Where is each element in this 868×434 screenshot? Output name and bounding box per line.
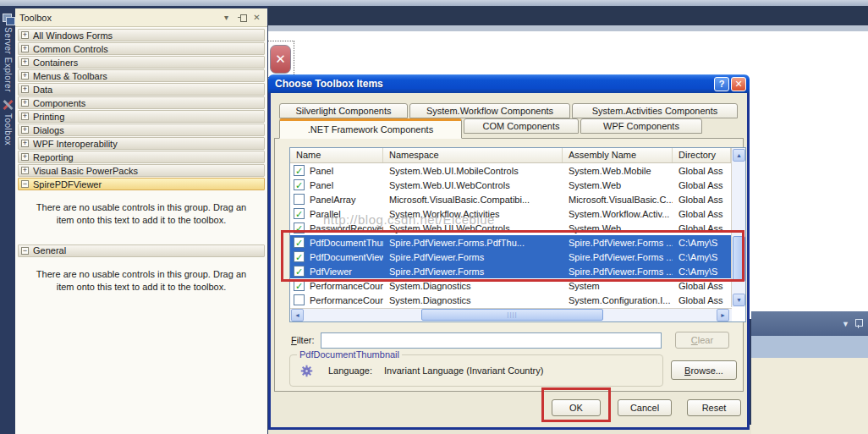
expand-collapse-icon[interactable]: +	[21, 31, 29, 39]
help-icon[interactable]: ?	[714, 77, 729, 91]
filter-input[interactable]	[321, 332, 662, 349]
rail-tab-toolbox[interactable]: Toolbox	[0, 97, 15, 146]
designed-close-button[interactable]: ✕	[270, 45, 291, 74]
reset-button[interactable]: Reset	[687, 399, 741, 416]
rail-tab-label: Server Explorer	[3, 27, 13, 92]
column-header-name[interactable]: Name	[290, 148, 383, 162]
table-row[interactable]: ✓ PerformanceCounter System.Diagnostics …	[290, 278, 731, 293]
toolbox-group-header[interactable]: − SpirePDFViewer	[18, 178, 265, 190]
ok-button[interactable]: OK	[552, 399, 601, 416]
toolbox-group-header[interactable]: + Reporting	[18, 151, 265, 163]
pin-icon[interactable]	[855, 319, 863, 328]
rail-tab-server-explorer[interactable]: Server Explorer	[0, 11, 15, 92]
row-checkbox[interactable]: ✓	[294, 237, 305, 248]
toolbox-group-header[interactable]: + Printing	[18, 110, 265, 123]
row-checkbox[interactable]: ✓	[294, 266, 305, 277]
dialog-titlebar[interactable]: Choose Toolbox Items ? ✕	[268, 74, 750, 93]
toolbox-group-header[interactable]: + WPF Interoperability	[18, 137, 265, 150]
toolbox-group-header[interactable]: + Visual Basic PowerPacks	[18, 164, 265, 177]
tab--net-framework-components[interactable]: .NET Framework Components	[279, 118, 462, 139]
docked-panel-titlebar[interactable]: ▼	[751, 311, 868, 336]
expand-collapse-icon[interactable]: −	[21, 247, 29, 255]
vertical-scroll-thumb[interactable]	[733, 236, 745, 282]
table-row[interactable]: ✓ PdfViewer Spire.PdfViewer.Forms Spire.…	[290, 264, 731, 278]
row-checkbox[interactable]: ✓	[294, 251, 305, 262]
toolbox-titlebar[interactable]: Toolbox ▾ ✕	[15, 8, 267, 27]
expand-collapse-icon[interactable]: +	[21, 85, 29, 93]
horizontal-scrollbar[interactable]: ◄ ►	[290, 308, 732, 321]
tab-system-workflow-components[interactable]: System.Workflow Components	[409, 103, 570, 118]
component-directory: Global Ass	[673, 209, 731, 219]
toolbox-group-header[interactable]: + Components	[18, 96, 265, 109]
column-header-directory[interactable]: Directory	[673, 148, 731, 162]
toolbox-group-header[interactable]: + Common Controls	[18, 42, 265, 55]
toolbox-group-header[interactable]: + All Windows Forms	[18, 29, 265, 41]
column-header-namespace[interactable]: Namespace	[383, 148, 563, 162]
toolbox-group-header[interactable]: + Data	[18, 83, 265, 96]
table-row[interactable]: ✓ PanelArray Microsoft.VisualBasic.Compa…	[290, 192, 731, 206]
auto-hide-pin-icon[interactable]	[235, 12, 248, 24]
component-name: PdfDocumentViewer	[310, 252, 383, 262]
tab-system-activities-components[interactable]: System.Activities Components	[572, 103, 738, 118]
table-row[interactable]: ✓ Parallel System.Workflow.Activities Sy…	[290, 206, 731, 221]
browse-button[interactable]: Browse...	[671, 360, 737, 380]
toolbox-group-label: Printing	[33, 112, 64, 122]
expand-collapse-icon[interactable]: −	[21, 180, 29, 188]
expand-collapse-icon[interactable]: +	[21, 58, 29, 66]
row-checkbox[interactable]: ✓	[294, 294, 305, 305]
cancel-button[interactable]: Cancel	[618, 399, 672, 416]
row-checkbox[interactable]: ✓	[294, 222, 305, 233]
column-header-assembly[interactable]: Assembly Name	[563, 148, 673, 162]
sidebar-rail: Server Explorer Toolbox	[0, 6, 15, 434]
expand-collapse-icon[interactable]: +	[21, 72, 29, 80]
horizontal-scroll-thumb[interactable]	[421, 309, 603, 321]
chevron-down-icon[interactable]: ▼	[842, 320, 849, 328]
component-namespace: System.Web.UI.WebControls	[383, 180, 563, 190]
close-icon[interactable]: ✕	[250, 12, 263, 24]
clear-button[interactable]: Clear	[675, 332, 729, 349]
row-checkbox[interactable]: ✓	[294, 194, 305, 205]
table-row[interactable]: ✓ PerformanceCounterI... System.Diagnost…	[290, 293, 731, 307]
filter-row: Filter: Clear	[291, 331, 731, 349]
tab-silverlight-components[interactable]: Silverlight Components	[279, 103, 408, 118]
table-row[interactable]: ✓ PdfDocumentViewer Spire.PdfViewer.Form…	[290, 250, 731, 264]
tab-wpf-components[interactable]: WPF Components	[580, 118, 702, 134]
table-row[interactable]: ✓ Panel System.Web.UI.MobileControls Sys…	[290, 163, 731, 178]
component-namespace: Spire.PdfViewer.Forms.PdfThu...	[383, 238, 563, 248]
expand-collapse-icon[interactable]: +	[21, 45, 29, 52]
scroll-left-icon[interactable]: ◄	[291, 309, 304, 321]
vertical-scrollbar[interactable]: ▲ ▼	[731, 148, 745, 307]
expand-collapse-icon[interactable]: +	[21, 153, 29, 161]
component-namespace: System.Diagnostics	[383, 295, 563, 305]
gear-icon	[300, 365, 313, 377]
toolbox-group-header[interactable]: + Menus & Toolbars	[18, 69, 265, 82]
component-directory: Global Ass	[673, 180, 731, 190]
toolbox-group-header[interactable]: + Dialogs	[18, 124, 265, 136]
table-row[interactable]: ✓ PdfDocumentThumbnail Spire.PdfViewer.F…	[290, 235, 731, 250]
window-top-strip	[0, 0, 868, 6]
row-checkbox[interactable]: ✓	[294, 208, 305, 219]
tab-com-components[interactable]: COM Components	[464, 118, 579, 134]
scroll-down-icon[interactable]: ▼	[733, 294, 745, 306]
table-row[interactable]: ✓ PasswordRecovery System.Web.UI.WebCont…	[290, 221, 731, 235]
close-icon[interactable]: ✕	[731, 77, 746, 91]
toolbox-group-header[interactable]: − General	[18, 244, 265, 257]
window-menu-icon[interactable]: ▾	[220, 12, 233, 24]
component-name: PdfViewer	[310, 266, 352, 277]
toolbox-group-header[interactable]: + Containers	[18, 56, 265, 69]
scroll-right-icon[interactable]: ►	[717, 309, 729, 321]
expand-collapse-icon[interactable]: +	[21, 167, 29, 174]
component-directory: Global Ass	[673, 295, 731, 305]
expand-collapse-icon[interactable]: +	[21, 126, 29, 134]
scroll-up-icon[interactable]: ▲	[733, 149, 745, 162]
row-checkbox[interactable]: ✓	[294, 179, 305, 190]
component-assembly: Microsoft.VisualBasic.C...	[563, 195, 673, 205]
docked-panel-subheader	[751, 336, 868, 358]
table-row[interactable]: ✓ Panel System.Web.UI.WebControls System…	[290, 178, 731, 192]
row-checkbox[interactable]: ✓	[294, 280, 305, 291]
expand-collapse-icon[interactable]: +	[21, 99, 29, 107]
expand-collapse-icon[interactable]: +	[21, 113, 29, 120]
row-checkbox[interactable]: ✓	[294, 165, 305, 176]
toolbox-group-label: Reporting	[33, 152, 74, 162]
expand-collapse-icon[interactable]: +	[21, 140, 29, 147]
